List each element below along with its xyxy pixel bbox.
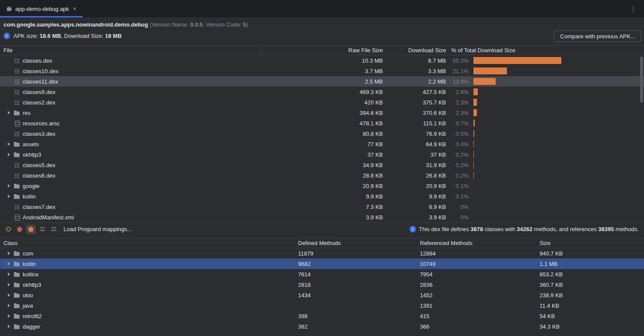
tab-apk-analyzer[interactable]: app-demo-debug.apk ×: [0, 0, 83, 17]
class-row[interactable]: java 1391 11.4 KB: [0, 300, 644, 311]
file-row[interactable]: resources.arsc 478.1 KB 115.1 KB 0.7%: [0, 118, 644, 128]
version-name: 0.0.5: [190, 21, 203, 28]
manifest-icon: [13, 214, 20, 221]
tab-close-icon[interactable]: ×: [72, 5, 77, 13]
file-row[interactable]: classes.dex 10.3 MB 8.7 MB 55.2%: [0, 55, 644, 66]
chevron-right-icon[interactable]: [6, 312, 11, 319]
class-row[interactable]: kotlinx 7614 7954 853.2 KB: [0, 269, 644, 279]
file-table-scrollbar[interactable]: [640, 57, 643, 103]
version-pre: (Version Name:: [148, 21, 190, 28]
file-row[interactable]: classes9.dex 469.3 KB 427.5 KB 2.6%: [0, 87, 644, 97]
column-header-size[interactable]: Size: [540, 239, 644, 248]
class-name-cell: kotlinx: [0, 271, 298, 278]
load-proguard-mappings-link[interactable]: Load Proguard mappings...: [64, 226, 132, 232]
file-row[interactable]: kotlin 9.9 KB 9.9 KB 0.1%: [0, 191, 644, 202]
show-removed-nodes-icon[interactable]: [15, 225, 24, 234]
chevron-right-icon[interactable]: [6, 302, 11, 309]
class-name-cell: com: [0, 250, 298, 257]
download-pct: 0.4%: [449, 141, 471, 148]
class-size: 1.1 MB: [540, 261, 644, 267]
chevron-right-icon[interactable]: [6, 260, 11, 267]
file-row[interactable]: res 394.6 KB 370.6 KB 2.3%: [0, 108, 644, 118]
class-table: Class Defined Methods Referenced Methods…: [0, 238, 644, 332]
apk-file-icon: [6, 6, 12, 12]
chevron-right-icon[interactable]: [6, 292, 11, 299]
download-pct-bar: [473, 109, 477, 116]
class-row[interactable]: dagger 362 366 34.3 KB: [0, 321, 644, 332]
class-name: com: [23, 250, 34, 257]
class-name-cell: dagger: [0, 323, 298, 330]
file-row[interactable]: classes3.dex 80.8 KB 76.9 KB 0.5%: [0, 128, 644, 139]
file-row[interactable]: classes6.dex 28.8 KB 26.8 KB 0.2%: [0, 170, 644, 181]
defined-methods: 2818: [298, 282, 420, 288]
defined-methods: 1434: [298, 292, 420, 299]
column-header-defined-methods[interactable]: Defined Methods: [298, 239, 420, 248]
download-size: 76.9 KB: [386, 131, 449, 137]
file-row[interactable]: AndroidManifest.xml 3.9 KB 3.9 KB 0%: [0, 212, 644, 222]
version-mid: , Version Code:: [203, 21, 243, 28]
class-row[interactable]: retrofit2 398 415 54 KB: [0, 311, 644, 321]
file-row[interactable]: classes5.dex 34.9 KB 31.9 KB 0.2%: [0, 160, 644, 170]
referenced-methods: 12884: [420, 250, 540, 257]
file-row[interactable]: classes10.dex 3.7 MB 3.3 MB 21.1%: [0, 66, 644, 76]
chevron-right-icon[interactable]: [6, 109, 11, 116]
file-row[interactable]: classes11.dex 2.5 MB 2.2 MB 13.9%: [0, 76, 644, 87]
raw-file-size: 2.5 MB: [261, 78, 386, 85]
folder-icon: [13, 302, 20, 309]
dex-icon: [13, 57, 20, 64]
file-row[interactable]: assets 77 KB 64.9 KB 0.4%: [0, 139, 644, 149]
file-row[interactable]: classes2.dex 420 KB 375.7 KB 2.3%: [0, 97, 644, 108]
more-options-icon[interactable]: ⋮: [623, 0, 644, 17]
class-row[interactable]: kotlin 9682 10749 1.1 MB: [0, 259, 644, 269]
file-name: classes.dex: [23, 57, 52, 64]
chevron-right-icon[interactable]: [6, 182, 11, 189]
download-pct-bar: [473, 172, 474, 179]
column-header-class[interactable]: Class: [0, 239, 298, 248]
download-pct: 0%: [449, 204, 471, 210]
chevron-right-icon[interactable]: [6, 323, 11, 330]
class-row[interactable]: okio 1434 1452 238.9 KB: [0, 290, 644, 300]
download-size: 20.9 KB: [386, 183, 449, 189]
chevron-right-icon[interactable]: [6, 141, 11, 148]
file-name-cell: classes9.dex: [0, 88, 261, 95]
compare-apk-button[interactable]: Compare with previous APK...: [554, 30, 641, 42]
download-pct: 21.1%: [449, 68, 471, 74]
class-name: kotlin: [23, 261, 36, 267]
file-rows: classes.dex 10.3 MB 8.7 MB 55.2% classes…: [0, 55, 644, 222]
raw-file-size: 394.6 KB: [261, 110, 386, 116]
package-line: com.google.samples.apps.nowinandroid.dem…: [0, 17, 644, 29]
column-header-pct-download[interactable]: % of Total Download Size: [449, 46, 644, 55]
collapse-all-icon[interactable]: [49, 225, 58, 234]
chevron-right-icon[interactable]: [6, 151, 11, 158]
show-fields-icon[interactable]: [3, 225, 13, 234]
class-name-cell: kotlin: [0, 260, 298, 267]
class-row[interactable]: com 11879 12884 940.7 KB: [0, 248, 644, 259]
tab-title: app-demo-debug.apk: [15, 6, 69, 12]
show-referenced-nodes-icon[interactable]: [26, 225, 36, 234]
file-name-cell: classes6.dex: [0, 172, 261, 179]
file-row[interactable]: google 20.9 KB 20.9 KB 0.1%: [0, 181, 644, 191]
editor-tab-bar: app-demo-debug.apk × ⋮: [0, 0, 644, 17]
folder-icon: [13, 271, 20, 278]
column-header-download-size[interactable]: Download Size: [386, 46, 449, 55]
expand-all-icon[interactable]: [37, 225, 47, 234]
column-header-referenced-methods[interactable]: Referenced Methods: [420, 239, 540, 248]
class-row[interactable]: okhttp3 2818 2836 360.7 KB: [0, 279, 644, 290]
chevron-right-icon[interactable]: [6, 281, 11, 288]
chevron-right-icon[interactable]: [6, 250, 11, 257]
chevron-right-icon[interactable]: [6, 193, 11, 200]
raw-file-size: 34.9 KB: [261, 162, 386, 168]
file-row[interactable]: classes7.dex 7.3 KB 6.9 KB 0%: [0, 202, 644, 212]
class-size: 11.4 KB: [540, 302, 644, 309]
info-icon: i: [409, 226, 416, 232]
dex-icon: [13, 161, 20, 168]
file-row[interactable]: okhttp3 37 KB 37 KB 0.2%: [0, 149, 644, 160]
file-name: google: [23, 183, 40, 189]
column-header-file[interactable]: File: [0, 46, 261, 55]
file-name: resources.arsc: [23, 120, 60, 127]
chevron-right-icon[interactable]: [6, 271, 11, 278]
column-header-raw-size[interactable]: Raw File Size: [261, 46, 386, 55]
class-size: 853.2 KB: [540, 271, 644, 278]
file-name: classes2.dex: [23, 99, 55, 106]
download-size: 375.7 KB: [386, 99, 449, 106]
